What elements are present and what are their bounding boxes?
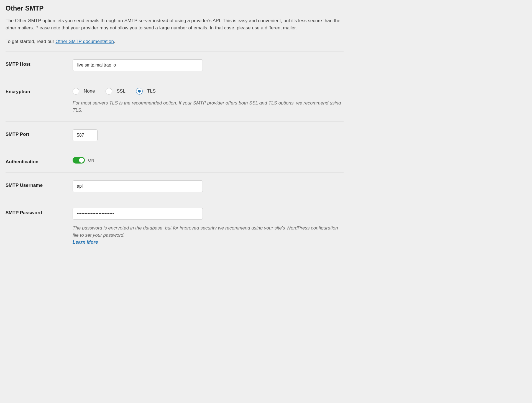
label-smtp-port: SMTP Port — [6, 132, 29, 137]
row-smtp-host: SMTP Host — [6, 51, 344, 79]
section-intro: The Other SMTP option lets you send emai… — [6, 17, 344, 45]
smtp-password-help: The password is encrypted in the databas… — [73, 225, 344, 246]
row-smtp-username: SMTP Username — [6, 172, 344, 200]
label-encryption: Encryption — [6, 89, 30, 94]
radio-label: None — [84, 88, 95, 94]
learn-more-link[interactable]: Learn More — [73, 239, 98, 245]
authentication-state: ON — [88, 158, 94, 162]
encryption-option-tls[interactable]: TLS — [136, 88, 156, 95]
row-smtp-password: SMTP Password The password is encrypted … — [6, 200, 344, 254]
intro-cta-suffix: . — [114, 39, 115, 44]
label-authentication: Authentication — [6, 159, 39, 164]
label-smtp-host: SMTP Host — [6, 62, 30, 67]
toggle-knob-icon — [79, 158, 84, 163]
label-smtp-password: SMTP Password — [6, 210, 42, 215]
radio-label: SSL — [117, 88, 126, 94]
radio-label: TLS — [147, 88, 156, 94]
label-smtp-username: SMTP Username — [6, 183, 43, 188]
radio-icon — [136, 88, 143, 95]
smtp-username-input[interactable] — [73, 180, 203, 192]
row-encryption: Encryption None SSL TLS F — [6, 79, 344, 121]
intro-description: The Other SMTP option lets you send emai… — [6, 17, 344, 32]
authentication-toggle[interactable] — [73, 157, 85, 164]
radio-icon — [73, 88, 79, 95]
other-smtp-section: Other SMTP The Other SMTP option lets yo… — [0, 0, 349, 265]
documentation-link[interactable]: Other SMTP documentation — [56, 39, 114, 44]
password-help-text: The password is encrypted in the databas… — [73, 225, 338, 238]
smtp-password-input[interactable] — [73, 208, 203, 220]
encryption-radio-group: None SSL TLS — [73, 88, 344, 95]
row-authentication: Authentication ON — [6, 149, 344, 172]
encryption-help: For most servers TLS is the recommended … — [73, 100, 344, 114]
intro-cta-prefix: To get started, read our — [6, 39, 56, 44]
encryption-option-none[interactable]: None — [73, 88, 95, 95]
intro-cta: To get started, read our Other SMTP docu… — [6, 38, 344, 45]
section-title: Other SMTP — [6, 4, 344, 12]
smtp-port-input[interactable] — [73, 129, 98, 141]
radio-icon — [106, 88, 112, 95]
smtp-host-input[interactable] — [73, 59, 203, 71]
encryption-option-ssl[interactable]: SSL — [106, 88, 126, 95]
row-smtp-port: SMTP Port — [6, 121, 344, 149]
